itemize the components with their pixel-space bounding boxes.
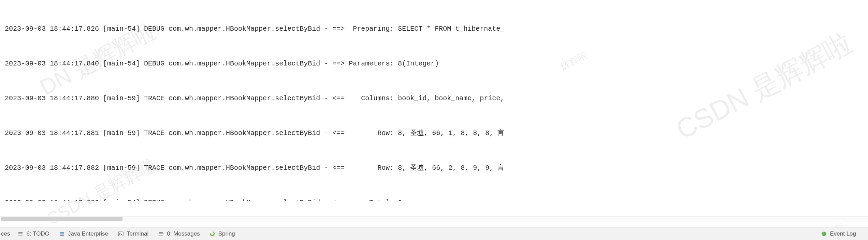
java-enterprise-tool-button[interactable]: Java Enterprise [54, 227, 113, 240]
svg-rect-6 [118, 232, 123, 236]
left-edge-label: ces [0, 230, 13, 237]
tool-label: Terminal [127, 230, 148, 237]
bottom-toolbar: ces 6: TODO Java Enterprise Terminal 0: … [0, 227, 868, 240]
log-line: 2023-09-03 18:44:17.826 [main-54] DEBUG … [5, 23, 868, 35]
tool-label: Java Enterprise [68, 230, 108, 237]
terminal-tool-button[interactable]: Terminal [113, 227, 153, 240]
log-line: 2023-09-03 18:44:17.883 [main-54] DEBUG … [5, 197, 868, 201]
svg-text:1: 1 [823, 232, 825, 236]
tool-label: Spring [218, 230, 235, 237]
horizontal-scrollbar-thumb[interactable] [1, 217, 122, 221]
svg-rect-3 [60, 232, 64, 233]
svg-rect-10 [159, 235, 163, 236]
horizontal-scrollbar-track[interactable] [0, 216, 868, 222]
log-line: 2023-09-03 18:44:17.881 [main-59] TRACE … [5, 127, 868, 139]
log-line: 2023-09-03 18:44:17.880 [main-59] TRACE … [5, 93, 868, 104]
messages-icon [158, 231, 164, 237]
todo-tool-button[interactable]: 6: TODO [13, 227, 54, 240]
todo-icon [17, 231, 24, 237]
console-output[interactable]: 2023-09-03 18:44:17.826 [main-54] DEBUG … [0, 0, 868, 201]
event-log-button[interactable]: 1 Event Log [816, 227, 868, 240]
spring-icon [209, 231, 216, 237]
event-log-icon: 1 [821, 231, 827, 237]
log-line: 2023-09-03 18:44:17.840 [main-54] DEBUG … [5, 58, 868, 70]
svg-rect-1 [18, 234, 23, 234]
tool-label: 6: TODO [26, 230, 49, 237]
spring-tool-button[interactable]: Spring [205, 227, 240, 240]
log-line: 2023-09-03 18:44:17.882 [main-59] TRACE … [5, 162, 868, 174]
svg-rect-8 [159, 232, 163, 233]
svg-rect-4 [60, 233, 64, 234]
svg-rect-0 [18, 232, 23, 233]
tool-label: 0: Messages [167, 230, 200, 237]
svg-rect-2 [18, 235, 23, 236]
terminal-icon [118, 231, 124, 237]
java-enterprise-icon [59, 231, 65, 237]
svg-rect-9 [159, 234, 163, 234]
messages-tool-button[interactable]: 0: Messages [153, 227, 204, 240]
svg-rect-5 [60, 235, 64, 236]
tool-label: Event Log [830, 230, 856, 237]
